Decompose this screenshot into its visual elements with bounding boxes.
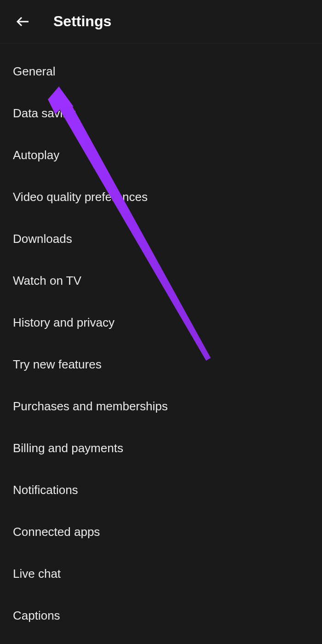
settings-item-try-new-features[interactable]: Try new features [0, 344, 322, 385]
settings-item-live-chat[interactable]: Live chat [0, 553, 322, 595]
settings-item-billing-payments[interactable]: Billing and payments [0, 427, 322, 469]
settings-item-watch-on-tv[interactable]: Watch on TV [0, 260, 322, 302]
settings-item-notifications[interactable]: Notifications [0, 469, 322, 511]
settings-item-video-quality[interactable]: Video quality preferences [0, 176, 322, 218]
settings-item-captions[interactable]: Captions [0, 595, 322, 637]
settings-item-history-privacy[interactable]: History and privacy [0, 302, 322, 344]
settings-item-connected-apps[interactable]: Connected apps [0, 511, 322, 553]
header: Settings [0, 0, 322, 43]
settings-item-purchases-memberships[interactable]: Purchases and memberships [0, 385, 322, 427]
back-arrow-icon[interactable] [15, 13, 31, 30]
settings-item-data-saving[interactable]: Data saving [0, 92, 322, 134]
settings-item-autoplay[interactable]: Autoplay [0, 134, 322, 176]
page-title: Settings [53, 13, 111, 30]
settings-item-downloads[interactable]: Downloads [0, 218, 322, 260]
settings-item-general[interactable]: General [0, 51, 322, 92]
settings-list: General Data saving Autoplay Video quali… [0, 43, 322, 637]
